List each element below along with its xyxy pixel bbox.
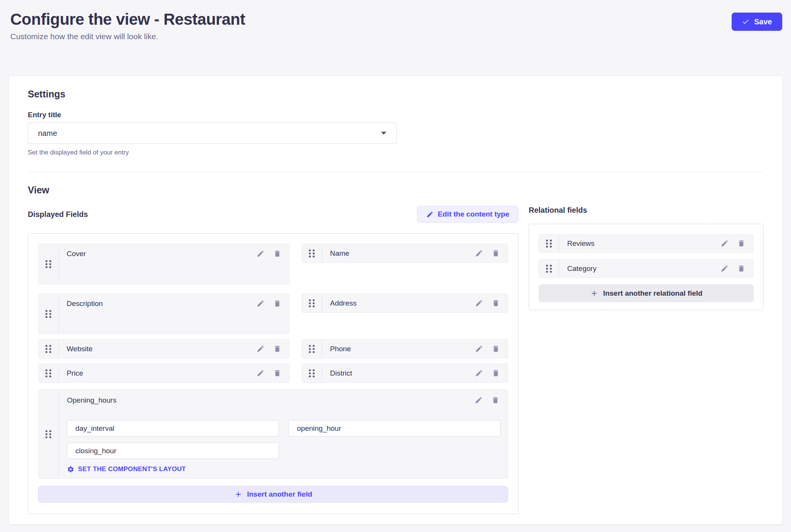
entry-title-help: Set the displayed field of your entry (28, 149, 764, 156)
drag-handle-icon[interactable] (539, 260, 559, 277)
field-row: Price District (38, 363, 508, 383)
field-box-cover: Cover (38, 244, 290, 284)
drag-handle-icon[interactable] (302, 364, 322, 382)
configure-view-card: Settings Entry title name Set the displa… (9, 76, 783, 524)
displayed-fields-header: Displayed Fields Edit the content type (28, 206, 518, 223)
relational-fields-label: Relational fields (529, 206, 764, 215)
field-label: Description (67, 299, 255, 308)
set-component-layout-button[interactable]: SET THE COMPONENT'S LAYOUT (67, 465, 186, 473)
subfield-opening-hour: opening_hour (289, 420, 501, 436)
delete-icon[interactable] (736, 238, 746, 248)
delete-icon[interactable] (490, 395, 501, 405)
field-label: Phone (330, 345, 474, 353)
edit-icon[interactable] (255, 368, 266, 378)
section-divider (28, 172, 764, 172)
edit-icon[interactable] (719, 263, 730, 274)
field-label: Cover (67, 250, 255, 258)
field-label: Website (67, 345, 255, 353)
drag-handle-icon[interactable] (302, 339, 322, 358)
field-box-name: Name (301, 244, 508, 263)
delete-icon[interactable] (736, 263, 746, 274)
field-row: Description Address (38, 293, 508, 334)
insert-another-relational-field-label: Insert another relational field (603, 289, 703, 298)
entry-title-label: Entry title (28, 111, 764, 119)
drag-handle-icon[interactable] (539, 234, 559, 252)
edit-icon[interactable] (474, 298, 484, 308)
relational-field-box-category: Category (539, 259, 754, 278)
drag-handle-icon[interactable] (38, 339, 59, 358)
displayed-fields-dropzone: Cover Name (28, 233, 518, 514)
entry-title-select[interactable]: name (28, 123, 397, 144)
relational-fields-dropzone: Reviews Category (529, 224, 764, 310)
subfield-closing-hour: closing_hour (67, 443, 279, 459)
page-title: Configure the view - Restaurant (10, 10, 245, 29)
displayed-fields-column: Displayed Fields Edit the content type C… (28, 206, 518, 514)
field-box-website: Website (38, 339, 290, 358)
edit-icon[interactable] (255, 298, 266, 309)
field-label: Reviews (567, 239, 719, 248)
component-subfields: day_interval opening_hour closing_hour (67, 420, 501, 459)
edit-content-type-button[interactable]: Edit the content type (417, 206, 518, 223)
page-subtitle: Customize how the edit view will look li… (10, 32, 245, 41)
delete-icon[interactable] (491, 298, 501, 308)
plus-icon (234, 490, 242, 499)
edit-icon[interactable] (474, 395, 484, 405)
plus-icon (590, 289, 598, 298)
field-label: District (330, 369, 474, 377)
drag-handle-icon[interactable] (38, 390, 59, 478)
view-heading: View (28, 185, 764, 196)
set-component-layout-label: SET THE COMPONENT'S LAYOUT (78, 465, 186, 473)
edit-icon[interactable] (474, 248, 484, 258)
drag-handle-icon[interactable] (38, 294, 59, 334)
field-box-district: District (301, 363, 508, 383)
gear-icon (67, 466, 74, 473)
drag-handle-icon[interactable] (302, 294, 322, 312)
field-label: Category (567, 264, 719, 273)
field-box-price: Price (38, 363, 290, 383)
displayed-fields-label: Displayed Fields (28, 210, 88, 219)
field-row: Cover Name (38, 244, 508, 284)
relational-fields-column: Relational fields Reviews Cat (529, 206, 764, 310)
delete-icon[interactable] (491, 368, 501, 378)
component-box-opening-hours: Opening_hours day_interval opening_hour … (38, 389, 508, 479)
field-label: Address (330, 299, 474, 307)
delete-icon[interactable] (272, 368, 282, 378)
delete-icon[interactable] (491, 248, 501, 258)
field-label: Name (330, 249, 474, 258)
field-label: Price (67, 369, 255, 377)
check-icon (742, 18, 750, 25)
delete-icon[interactable] (272, 248, 282, 259)
component-label: Opening_hours (67, 396, 474, 405)
save-button-label: Save (754, 18, 772, 26)
field-box-address: Address (301, 293, 508, 313)
edit-icon[interactable] (474, 344, 484, 354)
edit-icon[interactable] (255, 344, 266, 354)
drag-handle-icon[interactable] (302, 244, 322, 263)
insert-another-field-button[interactable]: Insert another field (38, 486, 508, 503)
view-columns: Displayed Fields Edit the content type C… (28, 206, 764, 514)
page-header: Configure the view - Restaurant Customiz… (0, 0, 791, 41)
insert-another-field-label: Insert another field (247, 490, 312, 499)
insert-another-relational-field-button[interactable]: Insert another relational field (539, 284, 754, 302)
save-button[interactable]: Save (732, 13, 782, 31)
field-box-description: Description (38, 293, 290, 334)
settings-heading: Settings (28, 89, 764, 100)
edit-content-type-label: Edit the content type (438, 210, 509, 218)
delete-icon[interactable] (272, 298, 282, 309)
subfield-day-interval: day_interval (67, 420, 279, 436)
pencil-icon (426, 211, 434, 218)
edit-icon[interactable] (719, 238, 730, 248)
delete-icon[interactable] (491, 344, 501, 354)
edit-icon[interactable] (255, 248, 266, 259)
header-titles: Configure the view - Restaurant Customiz… (10, 10, 245, 41)
drag-handle-icon[interactable] (38, 364, 59, 382)
relational-field-box-reviews: Reviews (539, 234, 754, 253)
field-box-phone: Phone (301, 339, 508, 358)
drag-handle-icon[interactable] (38, 244, 59, 284)
edit-icon[interactable] (474, 368, 484, 378)
chevron-down-icon (381, 132, 386, 135)
field-row: Website Phone (38, 339, 508, 358)
delete-icon[interactable] (272, 344, 282, 354)
entry-title-value: name (38, 129, 57, 138)
